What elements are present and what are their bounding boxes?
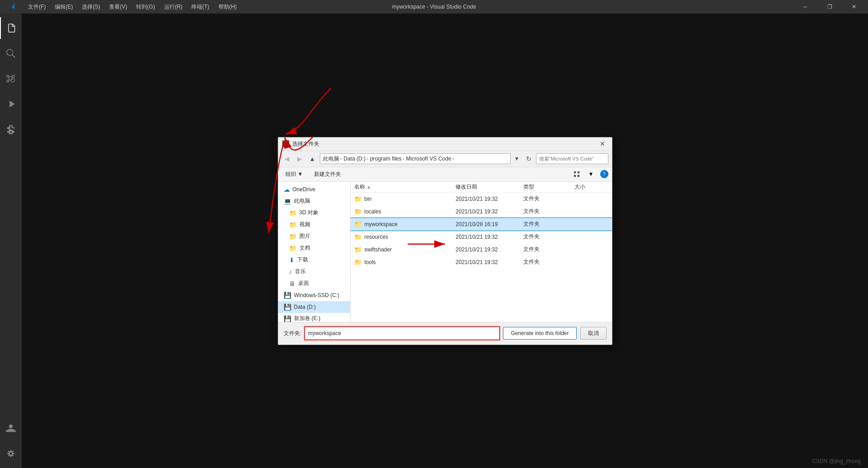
explorer-icon[interactable]: [0, 17, 22, 39]
file-list: 名称 ▲ 修改日期 类型 大小 📁 bin 2: [351, 182, 612, 322]
menu-terminal[interactable]: 终端(T): [188, 2, 213, 12]
sidebar-this-pc[interactable]: 💻 此电脑: [278, 195, 350, 207]
run-debug-icon[interactable]: [0, 93, 22, 115]
column-header-name[interactable]: 名称 ▲: [354, 183, 456, 191]
address-segment-1: Data (D:) ›: [344, 156, 369, 162]
file-type-resources: 文件夹: [523, 233, 574, 241]
sidebar-downloads[interactable]: ⬇ 下载: [278, 254, 350, 266]
dialog-vscode-icon: ⬛: [282, 140, 289, 147]
folder-label: 文件夹:: [284, 330, 301, 337]
address-dropdown-button[interactable]: ▼: [512, 154, 522, 163]
help-button[interactable]: ?: [600, 170, 608, 178]
sidebar-pictures[interactable]: 📁 图片: [278, 231, 350, 242]
dialog-footer: 文件夹: Generate into this folder 取消: [278, 322, 612, 345]
menu-view[interactable]: 查看(V): [105, 2, 131, 12]
nav-back-button[interactable]: ◀: [282, 153, 293, 164]
dialog-overlay: ⬛ 选择文件夹 ✕ ◀ ▶ ▲ 此电脑 ›: [22, 14, 868, 468]
sidebar-onedrive[interactable]: ☁ OneDrive: [278, 184, 350, 195]
file-type-myworkspace: 文件夹: [523, 220, 574, 228]
column-header-size[interactable]: 大小: [574, 183, 608, 191]
address-bar[interactable]: 此电脑 › Data (D:) › program files ›: [320, 153, 511, 164]
desktop-icon: 🖥: [289, 280, 295, 287]
column-header-date[interactable]: 修改日期: [455, 183, 523, 191]
sidebar-3d-objects[interactable]: 📁 3D 对象: [278, 207, 350, 219]
sidebar-drive-e[interactable]: 💾 新加卷 (E:): [278, 313, 350, 322]
watermark: CSDN @jing_zhong: [812, 458, 861, 464]
dialog-sidebar: ☁ OneDrive 💻 此电脑 📁 3D 对象 📁: [278, 182, 351, 322]
search-input[interactable]: [536, 153, 608, 164]
menu-help[interactable]: 帮助(H): [215, 2, 241, 12]
cancel-button[interactable]: 取消: [580, 327, 607, 340]
file-date-locales: 2021/10/21 19:32: [455, 208, 523, 215]
file-date-myworkspace: 2021/10/28 16:19: [455, 221, 523, 227]
dialog-title-left: ⬛ 选择文件夹: [282, 140, 319, 148]
activity-bar: [0, 14, 22, 468]
generate-button[interactable]: Generate into this folder: [503, 327, 576, 340]
folder-icon-bin: 📁: [354, 195, 362, 203]
dialog-nav: ◀ ▶ ▲ 此电脑 › Data (D:) › progra: [278, 151, 612, 167]
nav-refresh-button[interactable]: ↻: [523, 153, 534, 164]
extensions-icon[interactable]: [0, 118, 22, 140]
dialog-body: ☁ OneDrive 💻 此电脑 📁 3D 对象 📁: [278, 182, 612, 322]
file-list-header: 名称 ▲ 修改日期 类型 大小: [351, 182, 612, 193]
menu-goto[interactable]: 转到(G): [133, 2, 158, 12]
file-type-bin: 文件夹: [523, 195, 574, 203]
dialog-title-text: 选择文件夹: [292, 140, 319, 148]
account-icon[interactable]: [0, 417, 22, 439]
folder-icon-swiftshader: 📁: [354, 246, 362, 253]
sidebar-music[interactable]: ♪ 音乐: [278, 266, 350, 278]
list-view-button[interactable]: ▼: [586, 169, 597, 180]
window-title: myworkspace - Visual Studio Code: [392, 4, 476, 10]
folder-documents-icon: 📁: [289, 245, 297, 252]
file-date-resources: 2021/10/21 19:32: [455, 234, 523, 240]
new-folder-button[interactable]: 新建文件夹: [310, 169, 345, 180]
folder-icon-myworkspace: 📁: [354, 221, 362, 228]
file-item-locales[interactable]: 📁 locales 2021/10/21 19:32 文件夹: [351, 205, 612, 218]
organize-label: 组织 ▼: [285, 170, 303, 178]
sidebar-desktop[interactable]: 🖥 桌面: [278, 278, 350, 289]
folder-icon-tools: 📁: [354, 259, 362, 266]
address-segment-3: Microsoft VS Code ›: [406, 156, 454, 162]
menu-file[interactable]: 文件(F): [24, 2, 49, 12]
file-type-swiftshader: 文件夹: [523, 246, 574, 253]
settings-icon[interactable]: [0, 443, 22, 464]
file-item-tools[interactable]: 📁 tools 2021/10/21 19:32 文件夹: [351, 256, 612, 269]
close-button[interactable]: ✕: [844, 0, 864, 14]
menu-run[interactable]: 运行(R): [161, 2, 186, 12]
column-header-type[interactable]: 类型: [523, 183, 574, 191]
file-item-bin[interactable]: 📁 bin 2021/10/21 19:32 文件夹: [351, 193, 612, 205]
file-item-swiftshader[interactable]: 📁 swiftshader 2021/10/21 19:32 文件夹: [351, 243, 612, 256]
address-segment-0: 此电脑 ›: [323, 155, 342, 163]
menu-edit[interactable]: 编辑(E): [51, 2, 76, 12]
dialog-toolbar: 组织 ▼ 新建文件夹 ▼ ?: [278, 167, 612, 182]
maximize-button[interactable]: ❐: [819, 0, 840, 14]
folder-pictures-icon: 📁: [289, 233, 297, 240]
activity-bar-bottom: [0, 417, 22, 468]
title-bar-left: 文件(F) 编辑(E) 选择(S) 查看(V) 转到(G) 运行(R) 终端(T…: [4, 0, 240, 14]
dialog-close-button[interactable]: ✕: [597, 138, 608, 150]
file-item-resources[interactable]: 📁 resources 2021/10/21 19:32 文件夹: [351, 231, 612, 243]
search-icon[interactable]: [0, 43, 22, 64]
sidebar-drive-d[interactable]: 💾 Data (D:): [278, 301, 350, 313]
music-icon: ♪: [289, 268, 292, 275]
drive-e-icon: 💾: [284, 315, 291, 322]
nav-up-button[interactable]: ▲: [307, 153, 318, 164]
folder-video-icon: 📁: [289, 221, 297, 228]
nav-forward-button[interactable]: ▶: [294, 153, 305, 164]
address-segment-2: program files ›: [370, 156, 404, 162]
sidebar-drive-c[interactable]: 💾 Windows-SSD (C:): [278, 289, 350, 301]
file-item-myworkspace[interactable]: 📁 myworkspace 2021/10/28 16:19 文件夹: [351, 218, 612, 231]
minimize-button[interactable]: ─: [795, 0, 816, 14]
source-control-icon[interactable]: [0, 68, 22, 90]
folder-name-input[interactable]: [305, 327, 500, 340]
main-layout: 在文件中查找 Ctrl + Shift + F 开始调试 F5 切换终端 Ctr…: [0, 14, 868, 468]
window-controls: ─ ❐ ✕: [795, 0, 864, 14]
file-type-tools: 文件夹: [523, 258, 574, 266]
sidebar-videos[interactable]: 📁 视频: [278, 219, 350, 231]
file-date-tools: 2021/10/21 19:32: [455, 259, 523, 265]
folder-3d-icon: 📁: [289, 209, 297, 217]
sidebar-documents[interactable]: 📁 文档: [278, 242, 350, 254]
menu-selection[interactable]: 选择(S): [78, 2, 104, 12]
organize-button[interactable]: 组织 ▼: [282, 169, 307, 180]
view-toggle-button[interactable]: [571, 169, 582, 180]
